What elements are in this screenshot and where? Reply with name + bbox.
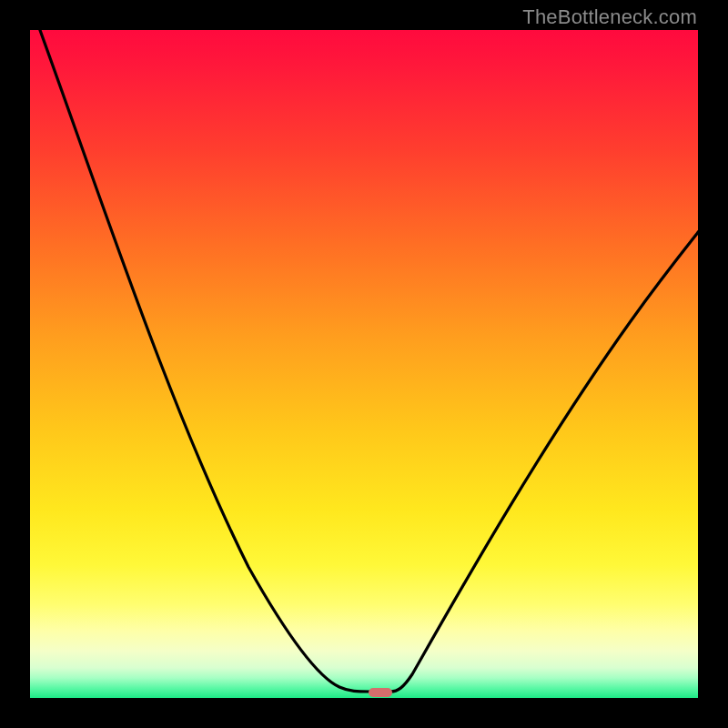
watermark-text: TheBottleneck.com — [522, 5, 697, 29]
optimum-marker — [369, 688, 392, 697]
chart-container: TheBottleneck.com — [0, 0, 728, 728]
plot-area — [30, 30, 698, 698]
bottleneck-curve — [30, 30, 698, 698]
